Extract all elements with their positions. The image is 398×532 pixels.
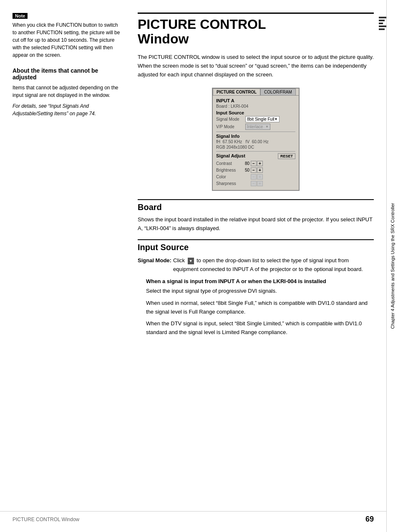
when-signal-text1: Select the input signal type of progress… (146, 287, 374, 296)
cannot-adjust-heading: About the items that cannot be adjusted (13, 67, 121, 81)
dropdown-arrow-signal: ▼ (275, 117, 278, 121)
chapter-label: Chapter 4 Adjustments and Settings Using… (390, 203, 395, 329)
pc-signal-adjust-header: Signal Adjust RESET (216, 153, 295, 159)
pc-input-a-label: INPUT A (216, 98, 295, 103)
pc-contrast-row: Contrast 80 − + (216, 161, 295, 166)
note-text: When you click the FUNCTION button to sw… (13, 21, 121, 59)
italic-reference: For details, see “Input Signals And Adju… (13, 102, 121, 117)
pc-reset-button[interactable]: RESET (278, 153, 295, 159)
cannot-adjust-section: About the items that cannot be adjusted … (13, 67, 121, 117)
sidebar-line-1 (379, 17, 386, 18)
sidebar-line-4 (379, 25, 386, 27)
chapter-sidebar: Chapter 4 Adjustments and Settings Using… (386, 0, 398, 532)
signal-mode-bold-label: Signal Mode: (138, 256, 171, 274)
left-column: Note When you click the FUNCTION button … (13, 13, 129, 519)
sidebar-line-3 (379, 23, 383, 24)
pc-fh-label: fH (216, 139, 220, 144)
page-intro: The PICTURE CONTROL window is used to se… (138, 53, 374, 79)
pc-signal-mode-label: Signal Mode (216, 117, 245, 122)
signal-mode-row: Signal Mode: Click ▼ to open the drop-do… (138, 256, 374, 274)
pc-brightness-plus[interactable]: + (257, 167, 263, 173)
footer-left-text: PICTURE CONTROL Window (13, 517, 79, 522)
when-signal-block: When a signal is input from INPUT A or w… (138, 278, 374, 337)
board-title: Board (138, 199, 374, 212)
page-footer: PICTURE CONTROL Window 69 (0, 511, 386, 524)
cannot-adjust-text: Items that cannot be adjusted depending … (13, 84, 121, 99)
main-content: Note When you click the FUNCTION button … (0, 0, 386, 532)
pc-contrast-label: Contrast (216, 161, 241, 166)
pc-color-btns: − + (251, 174, 263, 180)
input-source-section: Input Source Signal Mode: Click ▼ to ope… (138, 239, 374, 337)
pc-contrast-value: 80 (241, 161, 249, 166)
pc-fh-row: fH 67.50 KHz fV 60.00 Hz (216, 139, 295, 144)
page-title: PICTURE CONTROL Window (138, 13, 374, 46)
pc-color-row: Color − + (216, 174, 295, 180)
pc-contrast-minus[interactable]: − (251, 161, 257, 166)
pc-color-plus: + (257, 174, 263, 180)
pc-body: INPUT A Board : LKRI-004 Input Source Si… (213, 96, 299, 190)
input-source-title: Input Source (138, 239, 374, 252)
pc-vp-mode-row: V/P Mode Interlace ▼ (216, 124, 295, 130)
pc-fv-label: fV (246, 139, 249, 144)
pc-contrast-plus[interactable]: + (257, 161, 263, 166)
pc-fh-value: 67.50 KHz (223, 139, 242, 144)
pc-tabs: PICTURE CONTROL COLOR/FRAM (213, 89, 299, 96)
pc-brightness-minus[interactable]: − (251, 167, 257, 173)
pc-brightness-value: 50 (241, 168, 249, 172)
board-text: Shows the input board installed in the r… (138, 215, 374, 233)
pc-input-source-label: Input Source (216, 110, 295, 115)
pc-tab-picture-control[interactable]: PICTURE CONTROL (213, 89, 260, 95)
pc-signal-mode-dropdown[interactable]: 8bit Single Full ▼ (245, 116, 280, 122)
pc-divider-2 (216, 151, 295, 152)
right-column: PICTURE CONTROL Window The PICTURE CONTR… (129, 13, 374, 519)
signal-mode-content: Click ▼ to open the drop-down list to se… (173, 256, 374, 274)
page-number: 69 (365, 515, 374, 524)
dropdown-arrow-vp: ▼ (265, 125, 269, 129)
when-signal-heading: When a signal is input from INPUT A or w… (146, 278, 374, 284)
pc-window-image: PICTURE CONTROL COLOR/FRAM INPUT A Board… (212, 88, 300, 191)
pc-brightness-row: Brightness 50 − + (216, 167, 295, 173)
pc-signal-adjust-label: Signal Adjust (216, 153, 245, 158)
sidebar-line-2 (379, 20, 385, 21)
pc-signal-mode-row: Signal Mode 8bit Single Full ▼ (216, 116, 295, 122)
note-label: Note (13, 13, 28, 19)
pc-sharpness-minus: − (251, 181, 257, 186)
pc-contrast-btns: − + (251, 161, 263, 166)
pc-sharpness-label: Sharpness (216, 181, 241, 186)
board-section: Board Shows the input board installed in… (138, 199, 374, 233)
pc-brightness-label: Brightness (216, 168, 241, 172)
pc-sharpness-btns: − + (251, 181, 263, 186)
pc-fv-value: 60.00 Hz (252, 139, 269, 144)
footer-right: 69 (365, 515, 374, 524)
pc-vp-mode-dropdown: Interlace ▼ (245, 124, 270, 130)
pc-sharpness-row: Sharpness − + (216, 181, 295, 186)
pc-signal-info-label: Signal Info (216, 134, 295, 139)
sidebar-decoration (379, 17, 386, 30)
pc-tab-color-frame[interactable]: COLOR/FRAM (260, 89, 296, 95)
when-signal-text3: When the DTV signal is input, select “8b… (146, 319, 374, 337)
pc-brightness-btns: − + (251, 167, 263, 173)
pc-board-label: Board : LKRI-004 (216, 104, 295, 109)
pc-rgb-row: RGB 2048x1080 DC (216, 145, 295, 149)
pc-sharpness-plus: + (257, 181, 263, 186)
dropdown-icon: ▼ (188, 258, 194, 264)
pc-color-label: Color (216, 175, 241, 179)
note-box: Note When you click the FUNCTION button … (13, 13, 121, 59)
pc-vp-mode-label: V/P Mode (216, 124, 245, 129)
when-signal-text2: When used in normal, select “8bit Single… (146, 299, 374, 317)
pc-divider-1 (216, 132, 295, 132)
sidebar-line-5 (379, 28, 385, 30)
pc-color-minus: − (251, 174, 257, 180)
